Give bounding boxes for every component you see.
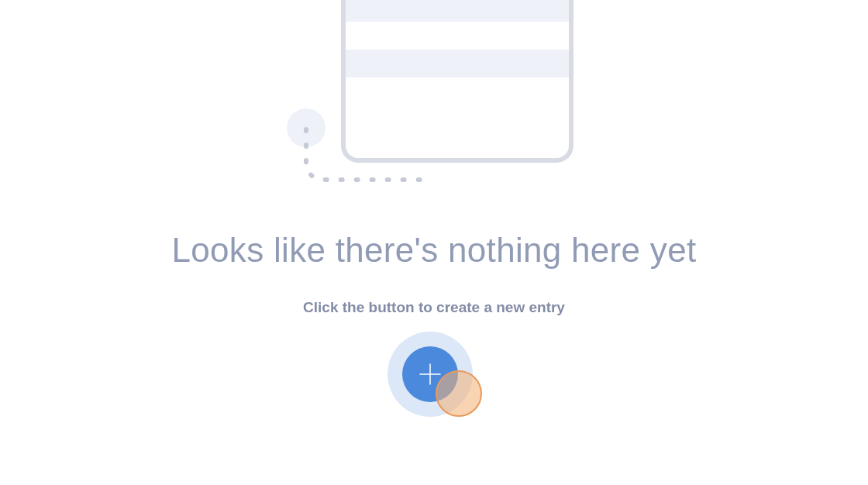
add-entry-button[interactable] xyxy=(402,346,458,402)
placeholder-row xyxy=(346,50,569,77)
empty-state: Looks like there's nothing here yet Clic… xyxy=(0,0,868,425)
dashed-curve-icon xyxy=(302,126,426,187)
plus-icon xyxy=(418,363,442,386)
empty-state-heading: Looks like there's nothing here yet xyxy=(172,231,697,270)
empty-state-illustration xyxy=(279,0,589,194)
add-button-container xyxy=(388,332,480,425)
empty-state-subheading: Click the button to create a new entry xyxy=(303,299,565,316)
placeholder-row xyxy=(346,0,569,22)
